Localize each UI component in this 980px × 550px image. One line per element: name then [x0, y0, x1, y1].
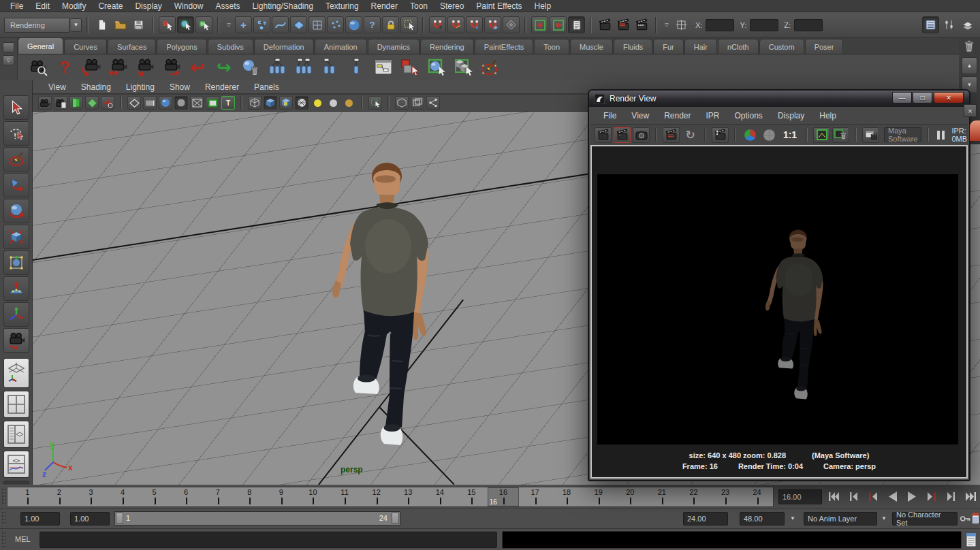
frame-cell[interactable]: 14 [424, 487, 456, 506]
smooth-shade-display-icon[interactable] [264, 96, 277, 110]
shelf-tab-rendering[interactable]: Rendering [420, 39, 474, 54]
rv-menu-view[interactable]: View [624, 111, 657, 120]
frame-cell[interactable]: 19 [582, 487, 614, 506]
select-tool-button[interactable] [3, 95, 29, 120]
use-all-lights-icon[interactable] [295, 96, 309, 110]
ipr-render-icon[interactable] [663, 127, 680, 143]
shelf-texture-reference-icon[interactable] [452, 56, 474, 78]
anim-layer-field[interactable]: No Anim Layer [804, 512, 877, 525]
menu-lighting-shading[interactable]: Lighting/Shading [246, 1, 319, 11]
textured-display-icon[interactable] [279, 96, 293, 110]
menu-render[interactable]: Render [365, 1, 404, 11]
maximize-window-icon[interactable]: □ [913, 92, 932, 103]
frame-cell[interactable]: 8 [234, 487, 266, 506]
close-window-icon[interactable]: × [934, 92, 964, 103]
save-scene-icon[interactable] [130, 16, 147, 33]
snap-to-plane-icon[interactable] [484, 16, 501, 33]
frame-cell[interactable]: 20 [614, 487, 646, 506]
shelf-create-set-icon[interactable] [266, 56, 288, 78]
shelf-create-partition-icon[interactable] [293, 56, 315, 78]
mask-expand-arrow-icon[interactable]: ▽ [224, 16, 234, 33]
playback-range-slider[interactable]: 1 24 [114, 511, 400, 525]
select-by-hierarchy-icon[interactable] [159, 16, 176, 33]
shelf-delete-unused-icon[interactable] [240, 56, 262, 78]
snapshot-icon[interactable] [633, 127, 650, 143]
panel-menu-lighting[interactable]: Lighting [118, 82, 162, 92]
mask-handles-icon[interactable] [253, 16, 270, 33]
menu-set-arrow-icon[interactable]: ▼ [71, 18, 82, 32]
step-forward-key-icon[interactable] [925, 489, 939, 504]
display-alpha-channel-icon[interactable] [761, 127, 778, 143]
y-coordinate-field[interactable] [750, 19, 778, 31]
go-to-start-icon[interactable] [827, 489, 841, 504]
current-time-field[interactable]: 16.00 [778, 489, 822, 504]
shelf-camera-orbit-icon[interactable] [80, 56, 102, 78]
lock-selection-icon[interactable] [382, 16, 399, 33]
mask-misc-icon[interactable]: ? [364, 16, 381, 33]
frame-cell[interactable]: 10 [297, 487, 329, 506]
playback-end-field[interactable]: 24.00 [683, 512, 728, 525]
render-current-frame-icon[interactable] [597, 16, 614, 33]
input-connections-icon[interactable] [531, 16, 548, 33]
divider[interactable] [421, 17, 426, 33]
auto-keyframe-icon[interactable] [960, 515, 971, 525]
default-lighting-icon[interactable] [311, 96, 324, 110]
select-by-object-icon[interactable] [177, 16, 194, 33]
frame-cell[interactable]: 5 [138, 487, 170, 506]
no-lighting-icon[interactable] [342, 96, 355, 110]
shelf-tab-dynamics[interactable]: Dynamics [368, 39, 420, 54]
shelf-menu-arrow-icon[interactable]: ▽ [3, 55, 14, 65]
render-view-titlebar[interactable]: Render View — □ × [589, 91, 969, 107]
shelf-options-icon[interactable] [3, 42, 14, 52]
shelf-tab-painteffects[interactable]: PaintEffects [475, 39, 534, 54]
character-set-field[interactable]: No Character Set [892, 512, 958, 525]
current-frame-marker[interactable]: 1616 [488, 487, 520, 506]
frame-cell[interactable]: 9 [266, 487, 298, 506]
animation-end-field[interactable]: 48.00 [740, 512, 785, 525]
go-to-end-icon[interactable] [964, 489, 978, 504]
panel-menu-view[interactable]: View [41, 82, 74, 92]
shelf-help-icon[interactable]: ? [54, 56, 76, 78]
frame-cell[interactable]: 3 [75, 487, 107, 506]
frame-cell[interactable]: 17 [519, 487, 551, 506]
divider[interactable] [216, 17, 221, 33]
coords-expand-arrow-icon[interactable]: ▽ [662, 16, 671, 33]
make-live-icon[interactable] [503, 16, 520, 33]
image-plane-icon[interactable] [85, 96, 99, 110]
divider[interactable] [654, 17, 659, 33]
menu-texturing[interactable]: Texturing [319, 1, 365, 11]
real-size-button[interactable]: 1:1 [780, 127, 800, 143]
shelf-tab-fur[interactable]: Fur [653, 39, 684, 54]
film-gate-icon[interactable] [127, 96, 141, 110]
time-slider-ruler[interactable]: 1 2 3 4 5 6 7 8 9 10 11 12 13 14 15 1616… [7, 487, 774, 507]
shelf-tab-ncloth[interactable]: nCloth [718, 39, 759, 54]
select-camera-icon[interactable] [38, 96, 52, 110]
shelf-camera-track-icon[interactable] [107, 56, 129, 78]
menu-edit[interactable]: Edit [29, 1, 56, 11]
frame-cell[interactable]: 1 [12, 487, 44, 506]
shelf-shading-group-icon[interactable] [399, 56, 421, 78]
shelf-redo-icon[interactable]: ↪ [213, 56, 235, 78]
frame-cell[interactable]: 12 [360, 487, 392, 506]
gate-mask-icon[interactable] [159, 96, 172, 110]
character-model[interactable] [313, 157, 463, 456]
menu-assets[interactable]: Assets [209, 1, 246, 11]
last-tool-used-button[interactable] [3, 328, 29, 353]
camera-attributes-icon[interactable] [54, 96, 67, 110]
menu-modify[interactable]: Modify [56, 1, 92, 11]
bookmarks-icon[interactable] [69, 96, 83, 110]
highlight-selection-icon[interactable] [400, 16, 417, 33]
shelf-undo-icon[interactable]: ↩ [187, 56, 208, 78]
field-chart-icon[interactable] [174, 96, 188, 110]
anim-layer-dropdown-icon[interactable]: ▼ [790, 515, 795, 521]
step-forward-frame-icon[interactable] [944, 489, 958, 504]
open-render-settings-icon[interactable] [862, 127, 879, 143]
ipr-render-icon[interactable] [615, 16, 632, 33]
redo-previous-render-icon[interactable] [614, 127, 631, 143]
panel-close-icon[interactable]: × [964, 104, 977, 117]
drag-handle[interactable] [1, 532, 6, 547]
play-backwards-icon[interactable] [885, 489, 900, 504]
render-settings-icon[interactable] [633, 16, 650, 33]
divider[interactable] [151, 17, 155, 33]
remove-image-icon[interactable] [832, 127, 849, 143]
